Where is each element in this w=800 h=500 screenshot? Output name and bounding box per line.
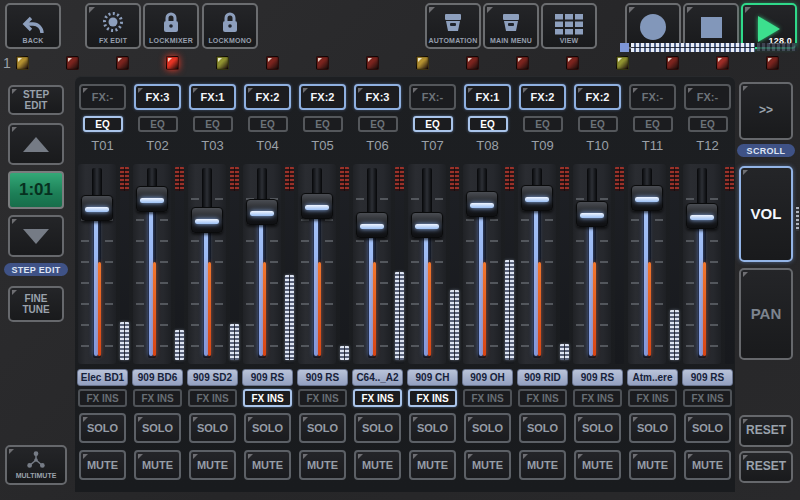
mute-button[interactable]: MUTE	[464, 450, 511, 480]
eq-button[interactable]: EQ	[193, 116, 233, 132]
solo-button[interactable]: SOLO	[464, 413, 511, 443]
fader-handle[interactable]	[411, 212, 443, 238]
pattern-icon[interactable]	[416, 56, 429, 70]
eq-button[interactable]: EQ	[688, 116, 728, 132]
fx-edit-button[interactable]: FX EDIT	[85, 3, 141, 49]
sample-name[interactable]: 909 OH	[462, 369, 513, 386]
reset-solo-button[interactable]: RESET	[739, 415, 793, 447]
fader-handle[interactable]	[301, 193, 333, 219]
sample-name[interactable]: 909 SD2	[187, 369, 238, 386]
sample-name[interactable]: 909 RS	[242, 369, 293, 386]
eq-button[interactable]: EQ	[468, 116, 508, 132]
fx-ins-button[interactable]: FX INS	[188, 389, 237, 407]
mute-button[interactable]: MUTE	[354, 450, 401, 480]
solo-button[interactable]: SOLO	[299, 413, 346, 443]
solo-button[interactable]: SOLO	[189, 413, 236, 443]
fader-handle[interactable]	[81, 195, 113, 221]
mute-button[interactable]: MUTE	[189, 450, 236, 480]
fx-ins-button[interactable]: FX INS	[133, 389, 182, 407]
pattern-icon[interactable]	[216, 56, 229, 70]
fader-handle[interactable]	[136, 186, 168, 212]
fx-slot-button[interactable]: FX:1	[189, 84, 236, 110]
pattern-icon[interactable]	[516, 56, 529, 70]
sample-name[interactable]: 909 RS	[682, 369, 733, 386]
eq-button[interactable]: EQ	[413, 116, 453, 132]
mute-button[interactable]: MUTE	[519, 450, 566, 480]
fader-handle[interactable]	[191, 207, 223, 233]
solo-button[interactable]: SOLO	[409, 413, 456, 443]
sample-name[interactable]: Elec BD1	[77, 369, 128, 386]
sample-name[interactable]: 909 RS	[297, 369, 348, 386]
eq-button[interactable]: EQ	[303, 116, 343, 132]
step-up-button[interactable]	[8, 123, 64, 165]
pattern-icon[interactable]	[566, 56, 579, 70]
fx-slot-button[interactable]: FX:2	[519, 84, 566, 110]
solo-button[interactable]: SOLO	[684, 413, 731, 443]
step-edit-button[interactable]: STEP EDIT	[8, 85, 64, 115]
sample-name[interactable]: 909 RID	[517, 369, 568, 386]
fader-strip[interactable]	[298, 164, 336, 364]
pattern-icon[interactable]	[166, 56, 179, 70]
back-button[interactable]: BACK	[5, 3, 61, 49]
sample-name[interactable]: 909 CH	[407, 369, 458, 386]
pattern-icon[interactable]	[766, 56, 779, 70]
sample-name[interactable]: Atm..ere	[627, 369, 678, 386]
solo-button[interactable]: SOLO	[629, 413, 676, 443]
pattern-icon[interactable]	[66, 56, 79, 70]
fx-ins-button[interactable]: FX INS	[243, 389, 292, 407]
fader-handle[interactable]	[686, 203, 718, 229]
fx-ins-button[interactable]: FX INS	[628, 389, 677, 407]
pattern-icon[interactable]	[266, 56, 279, 70]
eq-button[interactable]: EQ	[578, 116, 618, 132]
fx-slot-button[interactable]: FX:-	[684, 84, 731, 110]
eq-button[interactable]: EQ	[83, 116, 123, 132]
pattern-icon[interactable]	[316, 56, 329, 70]
mute-button[interactable]: MUTE	[299, 450, 346, 480]
pattern-icon[interactable]	[366, 56, 379, 70]
eq-button[interactable]: EQ	[523, 116, 563, 132]
solo-button[interactable]: SOLO	[244, 413, 291, 443]
automation-button[interactable]: AUTOMATION	[425, 3, 481, 49]
pattern-icon[interactable]	[16, 56, 29, 70]
view-button[interactable]: VIEW	[541, 3, 597, 49]
fader-strip[interactable]	[243, 164, 281, 364]
fader-handle[interactable]	[521, 185, 553, 211]
mute-button[interactable]: MUTE	[79, 450, 126, 480]
fader-strip[interactable]	[518, 164, 556, 364]
sample-name[interactable]: C64.._A2	[352, 369, 403, 386]
mute-button[interactable]: MUTE	[629, 450, 676, 480]
fx-slot-button[interactable]: FX:-	[629, 84, 676, 110]
eq-button[interactable]: EQ	[248, 116, 288, 132]
fx-ins-button[interactable]: FX INS	[298, 389, 347, 407]
fine-tune-button[interactable]: FINE TUNE	[8, 286, 64, 322]
multimute-button[interactable]: MULTIMUTE	[5, 445, 67, 485]
fx-ins-button[interactable]: FX INS	[683, 389, 732, 407]
eq-button[interactable]: EQ	[358, 116, 398, 132]
fader-handle[interactable]	[576, 201, 608, 227]
fader-handle[interactable]	[466, 191, 498, 217]
fx-slot-button[interactable]: FX:2	[244, 84, 291, 110]
fader-handle[interactable]	[356, 212, 388, 238]
fader-strip[interactable]	[78, 164, 116, 364]
scroll-right-button[interactable]: >>	[739, 82, 793, 140]
vol-tab-button[interactable]: VOL	[739, 166, 793, 262]
fx-ins-button[interactable]: FX INS	[463, 389, 512, 407]
mute-button[interactable]: MUTE	[409, 450, 456, 480]
solo-button[interactable]: SOLO	[134, 413, 181, 443]
fx-slot-button[interactable]: FX:-	[409, 84, 456, 110]
scrollbar-hint[interactable]	[796, 207, 799, 231]
lock-mono-button[interactable]: LOCKMONO	[202, 3, 258, 49]
mute-button[interactable]: MUTE	[244, 450, 291, 480]
fx-ins-button[interactable]: FX INS	[518, 389, 567, 407]
fader-strip[interactable]	[463, 164, 501, 364]
pattern-icon[interactable]	[616, 56, 629, 70]
lock-mixer-button[interactable]: LOCKMIXER	[143, 3, 199, 49]
pattern-icon[interactable]	[666, 56, 679, 70]
fx-slot-button[interactable]: FX:2	[574, 84, 621, 110]
sample-name[interactable]: 909 RS	[572, 369, 623, 386]
fader-strip[interactable]	[628, 164, 666, 364]
sample-name[interactable]: 909 BD6	[132, 369, 183, 386]
solo-button[interactable]: SOLO	[574, 413, 621, 443]
mute-button[interactable]: MUTE	[134, 450, 181, 480]
pattern-icon[interactable]	[466, 56, 479, 70]
